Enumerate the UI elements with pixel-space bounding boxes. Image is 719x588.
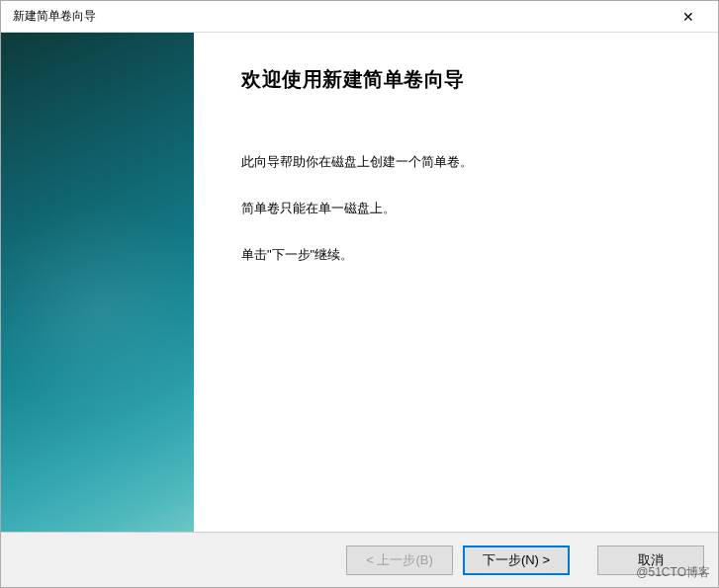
page-heading: 欢迎使用新建简单卷向导 [241,66,678,93]
close-button[interactable]: ✕ [669,3,708,31]
paragraph-3: 单击"下一步"继续。 [241,245,678,266]
button-bar: < 上一步(B) 下一步(N) > 取消 [1,532,718,587]
window-title: 新建简单卷向导 [13,8,96,25]
paragraph-2: 简单卷只能在单一磁盘上。 [241,199,678,219]
wizard-sidebar-graphic [1,33,194,532]
content-area: 欢迎使用新建简单卷向导 此向导帮助你在磁盘上创建一个简单卷。 简单卷只能在单一磁… [1,33,718,532]
titlebar: 新建简单卷向导 ✕ [1,1,718,33]
cancel-button[interactable]: 取消 [597,546,704,575]
paragraph-1: 此向导帮助你在磁盘上创建一个简单卷。 [241,152,678,173]
back-button: < 上一步(B) [346,546,453,575]
next-button[interactable]: 下一步(N) > [463,546,570,575]
wizard-window: 新建简单卷向导 ✕ 欢迎使用新建简单卷向导 此向导帮助你在磁盘上创建一个简单卷。… [0,0,719,588]
close-icon: ✕ [682,9,694,25]
main-panel: 欢迎使用新建简单卷向导 此向导帮助你在磁盘上创建一个简单卷。 简单卷只能在单一磁… [194,33,718,532]
